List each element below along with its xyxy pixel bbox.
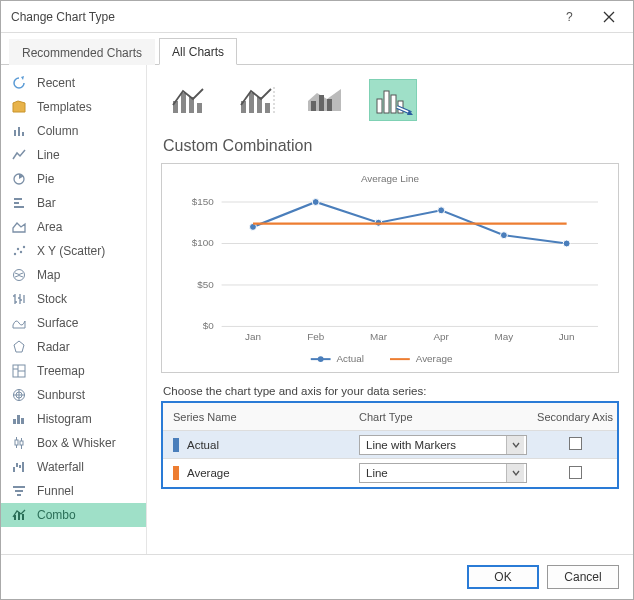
svg-rect-7: [14, 206, 24, 208]
chart-type-dropdown-average[interactable]: Line: [359, 463, 527, 483]
subtype-clustered-column-line-secondary[interactable]: [233, 79, 281, 121]
combo-icon: [11, 507, 27, 523]
svg-rect-18: [21, 418, 24, 424]
sidebar-item-treemap[interactable]: Treemap: [1, 359, 146, 383]
close-icon: [603, 11, 615, 23]
ok-button[interactable]: OK: [467, 565, 539, 589]
svg-rect-5: [14, 198, 22, 200]
sidebar-item-pie[interactable]: Pie: [1, 167, 146, 191]
sidebar-item-radar[interactable]: Radar: [1, 335, 146, 359]
svg-rect-22: [16, 463, 18, 467]
svg-text:Average Line: Average Line: [361, 173, 420, 184]
line-icon: [11, 147, 27, 163]
boxwhisker-icon: [11, 435, 27, 451]
series-swatch: [173, 438, 179, 452]
svg-rect-20: [20, 441, 23, 445]
svg-point-8: [14, 253, 16, 255]
subtype-clustered-column-line[interactable]: [165, 79, 213, 121]
svg-text:Average: Average: [416, 353, 453, 364]
subtype-custom-combination[interactable]: [369, 79, 417, 121]
svg-rect-41: [327, 99, 332, 111]
svg-rect-16: [13, 419, 16, 424]
chevron-down-icon: [506, 464, 524, 482]
svg-text:Jun: Jun: [559, 331, 575, 342]
column-icon: [11, 123, 27, 139]
dropdown-value: Line with Markers: [366, 439, 456, 451]
series-instruction: Choose the chart type and axis for your …: [163, 385, 619, 397]
sidebar-item-xyscatter[interactable]: X Y (Scatter): [1, 239, 146, 263]
area-icon: [11, 219, 27, 235]
scatter-icon: [11, 243, 27, 259]
sidebar-item-bar[interactable]: Bar: [1, 191, 146, 215]
sidebar-item-templates[interactable]: Templates: [1, 95, 146, 119]
svg-rect-36: [249, 93, 254, 113]
sidebar-item-histogram[interactable]: Histogram: [1, 407, 146, 431]
sidebar-item-label: Line: [37, 148, 60, 162]
sidebar-item-funnel[interactable]: Funnel: [1, 479, 146, 503]
svg-text:?: ?: [566, 11, 573, 23]
series-row-average[interactable]: Average Line: [163, 459, 617, 487]
header-chart-type: Chart Type: [353, 411, 533, 423]
svg-rect-17: [17, 415, 20, 424]
sidebar-item-line[interactable]: Line: [1, 143, 146, 167]
sidebar-item-label: Column: [37, 124, 78, 138]
header-series-name: Series Name: [163, 411, 353, 423]
svg-text:$150: $150: [192, 196, 215, 207]
tab-recommended-charts[interactable]: Recommended Charts: [9, 39, 155, 65]
svg-rect-6: [14, 202, 19, 204]
series-row-actual[interactable]: Actual Line with Markers: [163, 431, 617, 459]
cancel-button[interactable]: Cancel: [547, 565, 619, 589]
sidebar-item-label: Area: [37, 220, 62, 234]
sidebar-item-sunburst[interactable]: Sunburst: [1, 383, 146, 407]
sidebar-item-boxwhisker[interactable]: Box & Whisker: [1, 431, 146, 455]
map-icon: [11, 267, 27, 283]
secondary-axis-checkbox-average[interactable]: [569, 466, 582, 479]
help-icon: ?: [563, 11, 575, 23]
sidebar-item-surface[interactable]: Surface: [1, 311, 146, 335]
sidebar-item-area[interactable]: Area: [1, 215, 146, 239]
subtype-icon: [169, 83, 209, 117]
tab-all-charts[interactable]: All Charts: [159, 38, 237, 65]
svg-point-64: [438, 207, 445, 214]
funnel-icon: [11, 483, 27, 499]
subtype-stacked-area-column[interactable]: [301, 79, 349, 121]
sidebar-item-label: Radar: [37, 340, 70, 354]
close-button[interactable]: [589, 3, 629, 31]
svg-rect-27: [17, 494, 21, 496]
svg-rect-1: [14, 130, 16, 136]
svg-text:$100: $100: [192, 237, 215, 248]
svg-point-65: [500, 232, 507, 239]
svg-rect-24: [22, 462, 24, 472]
sidebar-item-waterfall[interactable]: Waterfall: [1, 455, 146, 479]
svg-point-10: [20, 251, 22, 253]
sidebar-item-map[interactable]: Map: [1, 263, 146, 287]
svg-rect-21: [13, 467, 15, 472]
svg-rect-25: [13, 486, 25, 488]
svg-rect-3: [22, 132, 24, 136]
help-button[interactable]: ?: [549, 3, 589, 31]
series-table-header: Series Name Chart Type Secondary Axis: [163, 403, 617, 431]
sidebar-item-label: Stock: [37, 292, 67, 306]
sidebar-item-recent[interactable]: Recent: [1, 71, 146, 95]
templates-icon: [11, 99, 27, 115]
svg-rect-40: [319, 95, 324, 111]
radar-icon: [11, 339, 27, 355]
sidebar-item-label: Templates: [37, 100, 92, 114]
sidebar-item-stock[interactable]: Stock: [1, 287, 146, 311]
svg-rect-39: [311, 101, 316, 111]
recent-icon: [11, 75, 27, 91]
sidebar-item-combo[interactable]: Combo: [1, 503, 146, 527]
sidebar-item-label: Map: [37, 268, 60, 282]
waterfall-icon: [11, 459, 27, 475]
sidebar-item-column[interactable]: Column: [1, 119, 146, 143]
chart-svg: Average Line$0$50$100$150JanFebMarAprMay…: [162, 164, 618, 372]
chart-type-dropdown-actual[interactable]: Line with Markers: [359, 435, 527, 455]
combo-subtype-row: [165, 79, 619, 121]
sidebar-item-label: X Y (Scatter): [37, 244, 105, 258]
svg-rect-44: [391, 95, 396, 113]
sidebar-item-label: Combo: [37, 508, 76, 522]
treemap-icon: [11, 363, 27, 379]
secondary-axis-checkbox-actual[interactable]: [569, 437, 582, 450]
series-swatch: [173, 466, 179, 480]
sidebar-item-label: Recent: [37, 76, 75, 90]
